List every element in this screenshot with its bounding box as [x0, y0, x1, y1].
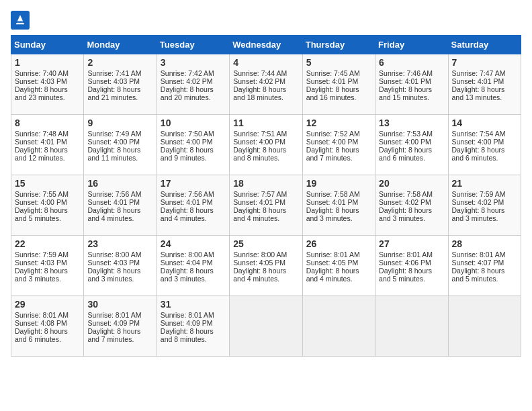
sunrise-label: Sunrise: 7:51 AM — [233, 130, 287, 138]
day-number: 9 — [87, 118, 152, 128]
day-number: 6 — [379, 57, 444, 68]
day-number: 28 — [452, 238, 517, 249]
sunset-label: Sunset: 4:03 PM — [15, 259, 67, 267]
logo-icon — [11, 11, 30, 30]
day-number: 15 — [15, 178, 80, 189]
sunrise-label: Sunrise: 7:58 AM — [379, 190, 433, 198]
sunrise-label: Sunrise: 7:58 AM — [306, 190, 360, 198]
daylight-label: Daylight: 8 hours and 7 minutes. — [306, 146, 359, 162]
sunrise-label: Sunrise: 7:40 AM — [15, 69, 69, 77]
calendar-table: SundayMondayTuesdayWednesdayThursdayFrid… — [11, 35, 521, 357]
daylight-label: Daylight: 8 hours and 6 minutes. — [452, 146, 505, 162]
sunrise-label: Sunrise: 7:57 AM — [233, 190, 287, 198]
sunset-label: Sunset: 4:01 PM — [306, 77, 359, 85]
daylight-label: Daylight: 8 hours and 9 minutes. — [161, 146, 214, 162]
weekday-header-saturday: Saturday — [448, 36, 521, 54]
calendar-cell — [302, 296, 375, 357]
logo — [11, 11, 32, 30]
sunset-label: Sunset: 4:03 PM — [87, 77, 140, 85]
calendar-cell: 12Sunrise: 7:52 AMSunset: 4:00 PMDayligh… — [302, 115, 375, 175]
sunset-label: Sunset: 4:01 PM — [233, 198, 285, 206]
daylight-label: Daylight: 8 hours and 16 minutes. — [306, 85, 359, 101]
calendar-cell: 3Sunrise: 7:42 AMSunset: 4:02 PMDaylight… — [157, 54, 229, 115]
week-row-4: 22Sunrise: 7:59 AMSunset: 4:03 PMDayligh… — [11, 236, 521, 296]
sunrise-label: Sunrise: 7:53 AM — [379, 130, 433, 138]
sunset-label: Sunset: 4:08 PM — [15, 319, 67, 327]
day-number: 7 — [452, 57, 517, 68]
sunrise-label: Sunrise: 8:01 AM — [15, 311, 69, 319]
sunrise-label: Sunrise: 8:00 AM — [161, 250, 214, 259]
sunset-label: Sunset: 4:00 PM — [233, 138, 285, 146]
day-number: 5 — [306, 57, 371, 68]
sunrise-label: Sunrise: 8:01 AM — [306, 250, 360, 259]
sunset-label: Sunset: 4:06 PM — [379, 259, 431, 267]
sunrise-label: Sunrise: 7:46 AM — [379, 69, 433, 77]
sunset-label: Sunset: 4:05 PM — [233, 259, 285, 267]
day-number: 25 — [233, 238, 298, 249]
daylight-label: Daylight: 8 hours and 3 minutes. — [161, 267, 214, 283]
sunset-label: Sunset: 4:00 PM — [87, 138, 140, 146]
daylight-label: Daylight: 8 hours and 5 minutes. — [379, 267, 432, 283]
daylight-label: Daylight: 8 hours and 7 minutes. — [87, 327, 140, 343]
calendar-cell: 6Sunrise: 7:46 AMSunset: 4:01 PMDaylight… — [375, 54, 448, 115]
sunset-label: Sunset: 4:00 PM — [452, 138, 504, 146]
sunset-label: Sunset: 4:09 PM — [87, 319, 140, 327]
week-row-3: 15Sunrise: 7:55 AMSunset: 4:00 PMDayligh… — [11, 175, 521, 236]
weekday-header-monday: Monday — [84, 36, 157, 54]
day-number: 22 — [15, 238, 80, 249]
calendar-cell: 17Sunrise: 7:56 AMSunset: 4:01 PMDayligh… — [157, 175, 229, 236]
calendar-cell: 21Sunrise: 7:59 AMSunset: 4:02 PMDayligh… — [448, 175, 521, 236]
day-number: 1 — [15, 57, 80, 68]
daylight-label: Daylight: 8 hours and 3 minutes. — [452, 206, 505, 222]
day-number: 2 — [87, 57, 152, 68]
day-number: 31 — [161, 299, 226, 310]
daylight-label: Daylight: 8 hours and 4 minutes. — [306, 267, 359, 283]
calendar-cell: 4Sunrise: 7:44 AMSunset: 4:02 PMDaylight… — [230, 54, 302, 115]
sunrise-label: Sunrise: 7:47 AM — [452, 69, 506, 77]
week-row-1: 1Sunrise: 7:40 AMSunset: 4:03 PMDaylight… — [11, 54, 521, 115]
weekday-header-friday: Friday — [375, 36, 448, 54]
calendar-cell: 1Sunrise: 7:40 AMSunset: 4:03 PMDaylight… — [11, 54, 84, 115]
day-number: 3 — [161, 57, 226, 68]
sunrise-label: Sunrise: 8:01 AM — [87, 311, 141, 319]
sunset-label: Sunset: 4:00 PM — [15, 198, 67, 206]
calendar-cell: 25Sunrise: 8:00 AMSunset: 4:05 PMDayligh… — [230, 236, 302, 296]
daylight-label: Daylight: 8 hours and 8 minutes. — [233, 146, 286, 162]
calendar-cell: 13Sunrise: 7:53 AMSunset: 4:00 PMDayligh… — [375, 115, 448, 175]
daylight-label: Daylight: 8 hours and 4 minutes. — [87, 206, 140, 222]
sunrise-label: Sunrise: 8:01 AM — [161, 311, 214, 319]
daylight-label: Daylight: 8 hours and 6 minutes. — [379, 146, 432, 162]
daylight-label: Daylight: 8 hours and 4 minutes. — [233, 267, 286, 283]
daylight-label: Daylight: 8 hours and 15 minutes. — [379, 85, 432, 101]
sunrise-label: Sunrise: 7:49 AM — [87, 130, 141, 138]
day-number: 4 — [233, 57, 298, 68]
calendar-cell: 7Sunrise: 7:47 AMSunset: 4:01 PMDaylight… — [448, 54, 521, 115]
svg-rect-2 — [16, 21, 24, 23]
sunset-label: Sunset: 4:02 PM — [233, 77, 285, 85]
sunrise-label: Sunrise: 7:54 AM — [452, 130, 506, 138]
sunrise-label: Sunrise: 8:01 AM — [452, 250, 506, 259]
daylight-label: Daylight: 8 hours and 20 minutes. — [161, 85, 214, 101]
week-row-2: 8Sunrise: 7:48 AMSunset: 4:01 PMDaylight… — [11, 115, 521, 175]
day-number: 19 — [306, 178, 371, 189]
calendar-cell: 2Sunrise: 7:41 AMSunset: 4:03 PMDaylight… — [84, 54, 157, 115]
daylight-label: Daylight: 8 hours and 21 minutes. — [87, 85, 140, 101]
sunset-label: Sunset: 4:02 PM — [452, 198, 504, 206]
sunrise-label: Sunrise: 7:44 AM — [233, 69, 287, 77]
page-header — [11, 11, 521, 30]
sunrise-label: Sunrise: 7:45 AM — [306, 69, 360, 77]
sunrise-label: Sunrise: 7:59 AM — [452, 190, 506, 198]
day-number: 12 — [306, 118, 371, 128]
weekday-header-sunday: Sunday — [11, 36, 84, 54]
daylight-label: Daylight: 8 hours and 8 minutes. — [161, 327, 214, 343]
sunrise-label: Sunrise: 7:41 AM — [87, 69, 141, 77]
daylight-label: Daylight: 8 hours and 5 minutes. — [15, 206, 68, 222]
sunset-label: Sunset: 4:00 PM — [306, 138, 359, 146]
calendar-cell: 20Sunrise: 7:58 AMSunset: 4:02 PMDayligh… — [375, 175, 448, 236]
sunset-label: Sunset: 4:00 PM — [379, 138, 431, 146]
daylight-label: Daylight: 8 hours and 3 minutes. — [87, 267, 140, 283]
calendar-cell: 30Sunrise: 8:01 AMSunset: 4:09 PMDayligh… — [84, 296, 157, 357]
sunrise-label: Sunrise: 7:56 AM — [161, 190, 214, 198]
sunrise-label: Sunrise: 7:56 AM — [87, 190, 141, 198]
day-number: 14 — [452, 118, 517, 128]
